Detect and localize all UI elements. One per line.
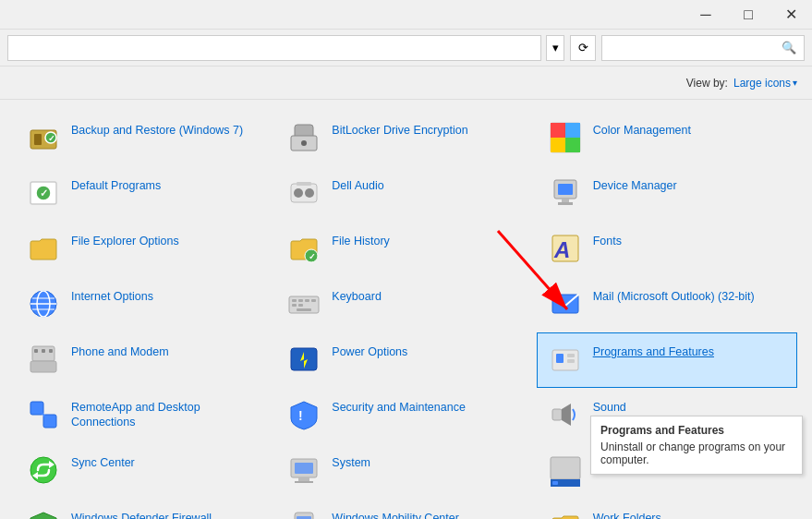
system-icon bbox=[285, 452, 322, 489]
svg-rect-56 bbox=[552, 409, 562, 420]
svg-rect-38 bbox=[298, 304, 303, 307]
svg-text:✓: ✓ bbox=[40, 187, 48, 199]
title-bar: ─ □ ✕ bbox=[0, 0, 812, 30]
svg-rect-50 bbox=[567, 354, 575, 357]
taskbar-icon bbox=[547, 452, 584, 489]
bitlocker-label: BitLocker Drive Encryption bbox=[332, 119, 467, 138]
keyboard-icon bbox=[285, 285, 322, 322]
cp-item-programs-features[interactable]: Programs and Features bbox=[537, 332, 797, 388]
maximize-button[interactable]: □ bbox=[727, 0, 770, 30]
power-options-label: Power Options bbox=[332, 341, 407, 359]
svg-rect-35 bbox=[305, 299, 309, 302]
svg-rect-1 bbox=[34, 134, 42, 145]
programs-features-label: Programs and Features bbox=[593, 341, 714, 359]
file-explorer-icon bbox=[25, 230, 62, 267]
remote-app-icon bbox=[25, 396, 62, 433]
cp-item-default-programs[interactable]: ✓Default Programs bbox=[15, 166, 275, 222]
device-manager-icon bbox=[547, 175, 584, 211]
cp-item-windows-mobility[interactable]: Windows Mobility Center bbox=[275, 499, 536, 519]
svg-text:A: A bbox=[553, 237, 570, 262]
cp-item-remote-app[interactable]: RemoteApp and Desktop Connections bbox=[15, 388, 275, 443]
svg-rect-11 bbox=[565, 138, 580, 152]
sound-label: Sound bbox=[593, 396, 626, 415]
dell-audio-icon bbox=[285, 175, 322, 211]
programs-features-icon bbox=[547, 341, 584, 378]
address-input[interactable] bbox=[7, 35, 541, 61]
svg-rect-67 bbox=[552, 481, 558, 485]
cp-item-mail[interactable]: Mail (Microsoft Outlook) (32-bit) bbox=[537, 277, 797, 332]
cp-item-internet-options[interactable]: Internet Options bbox=[15, 277, 275, 332]
svg-rect-62 bbox=[295, 463, 313, 474]
color-management-icon bbox=[547, 119, 584, 156]
cp-item-security[interactable]: !Security and Maintenance bbox=[275, 388, 536, 443]
remote-app-label: RemoteApp and Desktop Connections bbox=[71, 396, 265, 430]
cp-item-phone-modem[interactable]: Phone and Modem bbox=[15, 332, 275, 388]
svg-point-6 bbox=[301, 140, 307, 146]
view-by-arrow[interactable]: ▾ bbox=[793, 78, 797, 88]
svg-text:✓: ✓ bbox=[309, 252, 316, 261]
view-by-value[interactable]: Large icons bbox=[733, 77, 791, 90]
svg-point-58 bbox=[30, 457, 56, 483]
phone-modem-icon bbox=[25, 341, 62, 378]
bitlocker-icon bbox=[285, 119, 322, 156]
svg-rect-65 bbox=[551, 457, 580, 479]
tooltip: Programs and Features Uninstall or chang… bbox=[590, 416, 803, 475]
cp-item-dell-audio[interactable]: Dell Audio bbox=[275, 166, 536, 222]
svg-rect-20 bbox=[558, 184, 573, 195]
svg-rect-39 bbox=[297, 308, 311, 311]
cp-item-power-options[interactable]: Power Options bbox=[275, 332, 536, 388]
mail-icon bbox=[547, 285, 584, 322]
cp-item-keyboard[interactable]: Keyboard bbox=[275, 277, 536, 332]
sync-center-icon bbox=[25, 452, 62, 489]
backup-restore-icon: ✓ bbox=[25, 119, 62, 156]
close-button[interactable]: ✕ bbox=[770, 0, 812, 30]
keyboard-label: Keyboard bbox=[332, 285, 382, 304]
default-programs-icon: ✓ bbox=[25, 175, 62, 211]
power-options-icon bbox=[285, 341, 322, 378]
search-icon: 🔍 bbox=[782, 41, 796, 54]
cp-item-system[interactable]: System bbox=[275, 443, 536, 499]
internet-options-icon bbox=[25, 285, 62, 322]
address-bar: ▾ ⟳ 🔍 bbox=[0, 30, 812, 66]
svg-text:!: ! bbox=[298, 408, 303, 423]
security-label: Security and Maintenance bbox=[332, 396, 466, 415]
svg-rect-10 bbox=[551, 138, 565, 152]
cp-item-device-manager[interactable]: Device Manager bbox=[537, 166, 797, 222]
svg-rect-22 bbox=[558, 202, 573, 205]
file-history-icon: ✓ bbox=[285, 230, 322, 267]
svg-rect-63 bbox=[298, 477, 309, 481]
windows-mobility-icon bbox=[285, 507, 322, 519]
sound-icon bbox=[547, 396, 584, 433]
fonts-label: Fonts bbox=[593, 230, 622, 248]
file-explorer-label: File Explorer Options bbox=[71, 230, 179, 248]
cp-item-bitlocker[interactable]: BitLocker Drive Encryption bbox=[275, 111, 536, 166]
svg-point-17 bbox=[305, 188, 314, 198]
file-history-label: File History bbox=[332, 230, 390, 248]
svg-rect-34 bbox=[298, 299, 303, 302]
address-dropdown[interactable]: ▾ bbox=[546, 35, 564, 61]
cp-item-sync-center[interactable]: Sync Center bbox=[15, 443, 275, 499]
cp-item-windows-defender[interactable]: ✓Windows Defender Firewall bbox=[15, 499, 275, 519]
backup-restore-label: Backup and Restore (Windows 7) bbox=[71, 119, 243, 138]
svg-rect-9 bbox=[565, 123, 580, 138]
color-management-label: Color Management bbox=[593, 119, 691, 138]
minimize-button[interactable]: ─ bbox=[685, 0, 727, 30]
cp-item-backup-restore[interactable]: ✓Backup and Restore (Windows 7) bbox=[15, 111, 275, 166]
window-controls: ─ □ ✕ bbox=[685, 0, 812, 30]
device-manager-label: Device Manager bbox=[593, 175, 677, 193]
refresh-button[interactable]: ⟳ bbox=[570, 35, 596, 61]
cp-item-color-management[interactable]: Color Management bbox=[537, 111, 797, 166]
tooltip-title: Programs and Features bbox=[600, 424, 793, 437]
svg-rect-43 bbox=[34, 349, 38, 353]
svg-marker-57 bbox=[562, 404, 571, 426]
cp-item-file-explorer[interactable]: File Explorer Options bbox=[15, 222, 275, 277]
svg-rect-8 bbox=[551, 123, 565, 138]
cp-item-fonts[interactable]: AFonts bbox=[537, 222, 797, 277]
svg-rect-37 bbox=[292, 304, 297, 307]
tooltip-description: Uninstall or change programs on your com… bbox=[600, 441, 793, 466]
work-folders-icon bbox=[547, 507, 584, 519]
cp-item-file-history[interactable]: ✓File History bbox=[275, 222, 536, 277]
svg-rect-42 bbox=[30, 361, 56, 372]
cp-item-work-folders[interactable]: Work Folders bbox=[537, 499, 797, 519]
search-bar[interactable]: 🔍 bbox=[601, 35, 805, 61]
